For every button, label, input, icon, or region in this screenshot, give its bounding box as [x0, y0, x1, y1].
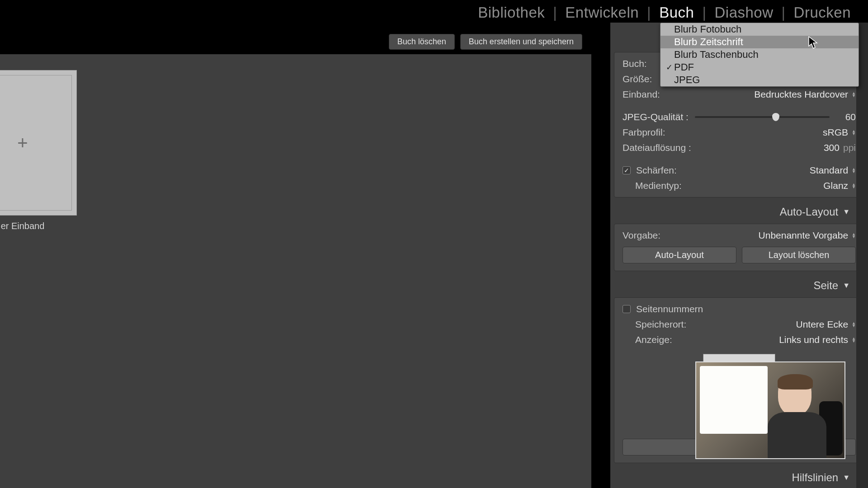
file-resolution-label: Dateiauflösung :: [623, 142, 691, 153]
updown-icon: ▲▼: [852, 130, 856, 135]
section-header-auto-layout[interactable]: Auto-Layout ▼: [610, 202, 856, 222]
book-canvas: + er Einband: [0, 54, 591, 488]
row-media-type: Medientyp: Glanz ▲▼: [614, 178, 864, 193]
file-resolution-value-text: 300: [824, 142, 840, 153]
sharpen-value-text: Standard: [810, 165, 848, 176]
row-file-resolution: Dateiauflösung : 300 ppi: [614, 140, 864, 155]
dropdown-option-label: JPEG: [674, 74, 700, 86]
section-title: Auto-Layout: [780, 206, 838, 218]
module-nav: Bibliothek | Entwickeln | Buch | Diashow…: [470, 0, 868, 25]
nav-sep: |: [553, 4, 557, 21]
page-location-value[interactable]: Untere Ecke ▲▼: [796, 319, 856, 330]
section-header-guides[interactable]: Hilfslinien ▼: [610, 468, 856, 488]
sharpen-value[interactable]: Standard ▲▼: [810, 165, 856, 176]
slider-knob[interactable]: [772, 113, 779, 121]
color-profile-value[interactable]: sRGB ▲▼: [823, 127, 856, 138]
triangle-down-icon: ▼: [843, 208, 850, 216]
nav-tab-library[interactable]: Bibliothek: [470, 4, 553, 21]
media-type-label: Medientyp:: [635, 180, 682, 191]
cover-label: Einband:: [623, 89, 660, 100]
row-page-numbers: ✓ Seitennummern: [614, 301, 864, 317]
nav-sep: |: [702, 4, 706, 21]
preset-label: Vorgabe:: [623, 230, 660, 241]
media-type-value[interactable]: Glanz ▲▼: [823, 180, 856, 191]
dropdown-option-label: Blurb Taschenbuch: [674, 49, 759, 61]
cover-page-placeholder[interactable]: +: [0, 70, 77, 216]
sharpen-checkbox[interactable]: ✓: [623, 166, 631, 174]
triangle-down-icon: ▼: [843, 474, 850, 482]
page-numbers-checkbox[interactable]: ✓: [623, 305, 631, 313]
dropdown-option-label: PDF: [674, 61, 694, 73]
updown-icon: ▲▼: [852, 92, 856, 97]
webcam-person-shape: [768, 376, 822, 457]
dropdown-option-blurb-taschenbuch[interactable]: Blurb Taschenbuch: [660, 48, 859, 61]
row-cover: Einband: Bedrucktes Hardcover ▲▼: [614, 87, 864, 102]
updown-icon: ▲▼: [852, 168, 856, 173]
page-display-label: Anzeige:: [635, 334, 672, 345]
cover-value-text: Bedrucktes Hardcover: [754, 89, 848, 100]
dropdown-option-blurb-zeitschrift[interactable]: Blurb Zeitschrift: [660, 36, 859, 48]
jpeg-quality-label: JPEG-Qualität :: [623, 112, 689, 122]
row-color-profile: Farbprofil: sRGB ▲▼: [614, 125, 864, 140]
dropdown-option-jpeg[interactable]: JPEG: [660, 74, 859, 86]
dropdown-option-label: Blurb Fotobuch: [674, 23, 741, 35]
panel-auto-layout: Vorgabe: Unbenannte Vorgabe ▲▼ Auto-Layo…: [614, 224, 864, 271]
preset-value[interactable]: Unbenannte Vorgabe ▲▼: [759, 230, 856, 241]
nav-tab-print[interactable]: Drucken: [786, 4, 859, 21]
webcam-pip: [695, 361, 845, 459]
nav-sep: |: [782, 4, 786, 21]
dropdown-option-pdf[interactable]: ✓ PDF: [660, 61, 859, 74]
cover-caption: er Einband: [0, 221, 77, 231]
updown-icon: ▲▼: [852, 233, 856, 238]
dropdown-option-label: Blurb Zeitschrift: [674, 36, 743, 48]
dropdown-option-blurb-fotobuch[interactable]: Blurb Fotobuch: [660, 23, 859, 36]
jpeg-quality-value[interactable]: 60: [836, 112, 856, 122]
updown-icon: ▲▼: [852, 322, 856, 327]
row-jpeg-quality: JPEG-Qualität : 60: [614, 109, 864, 125]
size-label: Größe:: [623, 74, 652, 84]
preset-value-text: Unbenannte Vorgabe: [759, 230, 849, 241]
delete-book-button[interactable]: Buch löschen: [389, 34, 455, 50]
file-resolution-unit: ppi: [843, 142, 856, 153]
nav-tab-develop[interactable]: Entwickeln: [557, 4, 647, 21]
page-location-value-text: Untere Ecke: [796, 319, 849, 330]
section-header-page[interactable]: Seite ▼: [610, 276, 856, 296]
cover-spread: + er Einband: [0, 70, 77, 231]
webcam-monitor-shape: [700, 366, 768, 434]
triangle-down-icon: ▼: [843, 282, 850, 290]
section-title: Hilfslinien: [792, 471, 838, 484]
row-page-display: Anzeige: Links und rechts ▲▼: [614, 332, 864, 347]
book-label: Buch:: [623, 58, 647, 69]
page-display-value[interactable]: Links und rechts ▲▼: [779, 334, 856, 345]
auto-layout-button-row: Auto-Layout Layout löschen: [614, 243, 864, 267]
nav-tab-book[interactable]: Buch: [651, 4, 702, 21]
check-icon: ✓: [664, 62, 674, 72]
media-type-value-text: Glanz: [823, 180, 848, 191]
updown-icon: ▲▼: [852, 337, 856, 343]
color-profile-value-text: sRGB: [823, 127, 848, 138]
book-type-dropdown[interactable]: Blurb Fotobuch Blurb Zeitschrift Blurb T…: [660, 23, 859, 87]
file-resolution-value[interactable]: 300 ppi: [824, 142, 856, 153]
cover-value[interactable]: Bedrucktes Hardcover ▲▼: [754, 89, 856, 100]
row-preset: Vorgabe: Unbenannte Vorgabe ▲▼: [614, 228, 864, 243]
plus-icon: +: [17, 133, 28, 153]
section-title: Seite: [813, 279, 838, 292]
nav-tab-slideshow[interactable]: Diashow: [706, 4, 781, 21]
page-location-label: Speicherort:: [635, 319, 686, 330]
jpeg-quality-slider[interactable]: [695, 116, 830, 118]
book-action-bar: Buch löschen Buch erstellen und speicher…: [0, 33, 591, 51]
sharpen-label: Schärfen:: [636, 165, 677, 176]
updown-icon: ▲▼: [852, 183, 856, 188]
nav-sep: |: [647, 4, 651, 21]
create-book-button[interactable]: Buch erstellen und speichern: [460, 34, 582, 50]
page-numbers-label: Seitennummern: [636, 304, 703, 314]
row-sharpen: ✓ Schärfen: Standard ▲▼: [614, 163, 864, 178]
clear-layout-button[interactable]: Layout löschen: [742, 247, 856, 263]
row-page-location: Speicherort: Untere Ecke ▲▼: [614, 317, 864, 332]
auto-layout-button[interactable]: Auto-Layout: [623, 247, 736, 263]
page-display-value-text: Links und rechts: [779, 334, 848, 345]
cover-inner-frame: +: [0, 75, 72, 211]
color-profile-label: Farbprofil:: [623, 127, 665, 138]
